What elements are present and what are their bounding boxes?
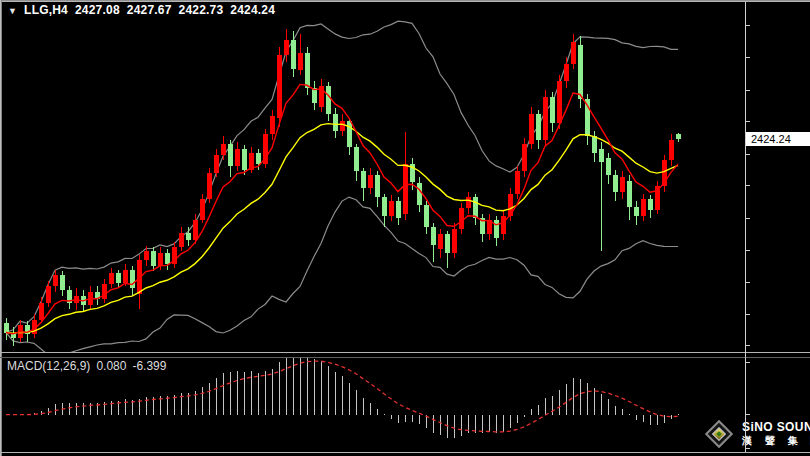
- candle-body: [501, 216, 506, 235]
- candle-body: [179, 233, 184, 248]
- candle-body: [396, 201, 401, 218]
- candle-body: [634, 207, 639, 216]
- candle-body: [599, 149, 604, 162]
- candle-body: [445, 234, 450, 253]
- candle-body: [151, 251, 156, 266]
- candle-body: [620, 177, 625, 192]
- macd-main-value: 0.080: [96, 359, 126, 373]
- candle-body: [375, 175, 380, 197]
- broker-logo: SiNO SOUND 漢 聲 集 團: [704, 419, 810, 449]
- candle-body: [382, 197, 387, 216]
- candle-body: [466, 197, 471, 208]
- diamond-logo-icon: [704, 419, 734, 449]
- candle-body: [305, 53, 310, 88]
- candle-body: [494, 220, 499, 239]
- candle-body: [641, 199, 646, 216]
- bollinger-lower: [6, 197, 678, 358]
- candle-body: [277, 55, 282, 118]
- candle-body: [543, 97, 548, 140]
- candle-body: [186, 233, 191, 240]
- candle-body: [214, 155, 219, 174]
- candle-body: [46, 286, 51, 303]
- candle-body: [228, 144, 233, 166]
- candle-body: [200, 199, 205, 219]
- candle-body: [270, 116, 275, 135]
- candle-body: [256, 153, 261, 164]
- candle-body: [669, 140, 674, 160]
- candle-body: [571, 42, 576, 64]
- candle-body: [529, 114, 534, 144]
- chart-legend: ▼LLG,H42427.082427.672422.732424.24: [8, 3, 275, 17]
- candle-body: [431, 227, 436, 246]
- candle-body: [53, 275, 58, 286]
- candle-body: [403, 164, 408, 214]
- high-value: 2427.67: [127, 3, 172, 17]
- bollinger-bands: [6, 21, 678, 358]
- candle-body: [207, 173, 212, 199]
- candle-body: [557, 81, 562, 124]
- panel-separator-shadow: [0, 357, 810, 358]
- candle-body: [235, 149, 240, 166]
- candle-body: [109, 273, 114, 284]
- candle-body: [613, 175, 618, 192]
- candle-body: [592, 136, 597, 153]
- candle-body: [4, 323, 9, 332]
- candle-body: [130, 270, 135, 289]
- current-price-box: 2424.24: [746, 132, 810, 146]
- panel-separator[interactable]: [0, 352, 810, 353]
- candle-body: [340, 121, 345, 130]
- candle-body: [452, 229, 457, 253]
- window-border-left: [0, 0, 2, 456]
- candle-body: [515, 171, 520, 193]
- window-border-top: [0, 0, 810, 2]
- candle-body: [368, 175, 373, 188]
- candle-body: [116, 273, 121, 282]
- candle-body: [298, 53, 303, 70]
- candle-body: [242, 149, 247, 169]
- chevron-down-icon[interactable]: ▼: [8, 6, 17, 16]
- candle-body: [438, 234, 443, 249]
- price-axis[interactable]: 2485.802468.302450.802433.802416.302399.…: [745, 0, 810, 456]
- candle-body: [347, 121, 352, 147]
- candle-body: [144, 251, 149, 260]
- candle-body: [417, 183, 422, 205]
- macd-name: MACD(12,26,9): [7, 359, 90, 373]
- candle-body: [102, 284, 107, 299]
- candle-body: [354, 147, 359, 171]
- candle-body: [522, 144, 527, 172]
- candle-body: [123, 270, 128, 283]
- candles: [4, 29, 681, 346]
- candle-body: [361, 171, 366, 188]
- macd-signal-value: -6.399: [132, 359, 166, 373]
- candle-body: [326, 86, 331, 114]
- candle-body: [473, 197, 478, 217]
- symbol-timeframe-label: LLG,H4: [24, 3, 68, 17]
- candle-body: [564, 64, 569, 81]
- logo-brand-cn-text: 漢 聲 集 團: [742, 435, 810, 447]
- candle-body: [158, 253, 163, 266]
- candle-body: [60, 275, 65, 290]
- candle-body: [578, 45, 583, 99]
- candle-body: [221, 144, 226, 155]
- macd-indicator-label: MACD(12,26,9)0.080-6.399: [7, 359, 172, 373]
- ma-slow: [6, 124, 678, 334]
- logo-brand-text: SiNO SOUND: [742, 421, 810, 433]
- candle-body: [333, 114, 338, 131]
- candle-body: [627, 181, 632, 207]
- candle-body: [165, 253, 170, 264]
- candle-body: [676, 134, 681, 139]
- chart-canvas[interactable]: [0, 0, 810, 456]
- chart-window: ▼LLG,H42427.082427.672422.732424.24 MACD…: [0, 0, 810, 456]
- candle-body: [284, 40, 289, 55]
- axis-separator-line: [745, 2, 746, 452]
- window-border-bottom: [0, 452, 810, 453]
- candle-body: [550, 97, 555, 123]
- candle-body: [291, 40, 296, 70]
- candle-body: [193, 220, 198, 240]
- candle-body: [606, 158, 611, 175]
- low-value: 2422.73: [179, 3, 224, 17]
- close-value: 2424.24: [230, 3, 275, 17]
- candle-body: [648, 199, 653, 210]
- candle-body: [424, 205, 429, 227]
- candle-body: [389, 201, 394, 216]
